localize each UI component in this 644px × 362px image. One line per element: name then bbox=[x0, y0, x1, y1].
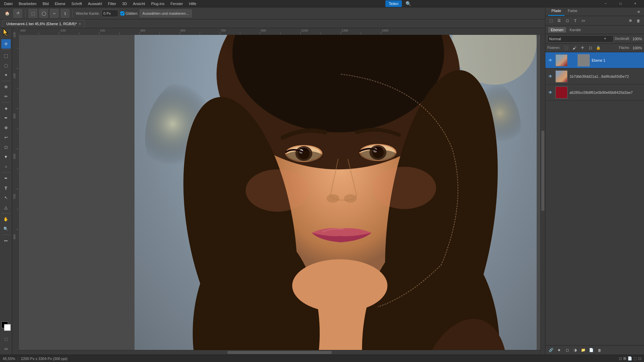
zoom-level: 45,55% bbox=[3, 357, 15, 361]
create-adjustment-icon[interactable]: ◑ bbox=[572, 347, 579, 354]
new-layer-icon[interactable]: ☰ bbox=[555, 17, 563, 24]
blend-opacity-row: Normal ▼ Deckkraft: 100% bbox=[545, 34, 644, 44]
layer-item[interactable]: 👁 1b7dbb39dd21a1...8a9fcda93d5e72 bbox=[545, 68, 644, 84]
history-back-icon[interactable]: ↺ bbox=[13, 9, 22, 18]
magic-wand-tool[interactable]: ✦ bbox=[1, 70, 11, 80]
add-layer-style-icon[interactable]: ★ bbox=[555, 347, 563, 354]
layer-visibility-icon[interactable]: 👁 bbox=[547, 57, 553, 63]
weiche-kante-label: Weiche Kante: bbox=[76, 11, 100, 15]
spot-heal-tool[interactable]: ◈ bbox=[1, 104, 11, 113]
layer-chain-icon bbox=[570, 57, 576, 63]
minimize-button[interactable]: − bbox=[598, 0, 613, 7]
status-icon-1[interactable]: ◻ bbox=[619, 356, 622, 361]
lock-all-icon[interactable]: 🔒 bbox=[595, 45, 602, 51]
opacity-value[interactable]: 100% bbox=[633, 37, 642, 41]
arrow-cursor-icon: ↖ bbox=[1, 29, 11, 39]
change-screen-button[interactable]: ▭ bbox=[1, 344, 11, 353]
lock-position-icon[interactable]: ✛ bbox=[579, 45, 586, 51]
eyedropper-tool[interactable]: ✏ bbox=[1, 92, 11, 101]
status-icon-4[interactable]: ⬚ bbox=[634, 356, 637, 361]
blend-mode-dropdown[interactable]: Normal ▼ bbox=[547, 35, 613, 43]
layer-item[interactable]: 👁 a6285cc5fb8f61e0b90e66b8425d1be7 bbox=[545, 84, 644, 101]
lasso-tool[interactable]: ◌ bbox=[1, 61, 11, 70]
move-tool[interactable]: ✛ bbox=[1, 39, 11, 49]
status-icon-3[interactable]: 📄 bbox=[628, 356, 632, 361]
pen-tool[interactable]: ✒ bbox=[1, 174, 11, 183]
layers-tab-kanaele[interactable]: Kanäle bbox=[567, 27, 584, 33]
more-tools-button[interactable]: ••• bbox=[1, 236, 11, 245]
text-tool[interactable]: T bbox=[1, 183, 11, 193]
status-icon-5[interactable]: ◻ bbox=[638, 356, 641, 361]
stamp-tool[interactable]: ⊕ bbox=[1, 123, 11, 132]
lock-artboard-icon[interactable]: ◻ bbox=[587, 45, 594, 51]
close-button[interactable]: × bbox=[628, 0, 643, 7]
delete-icon[interactable]: 🗑 bbox=[635, 17, 642, 24]
share-button[interactable]: Teilen bbox=[385, 0, 402, 7]
dodge-tool[interactable]: ○ bbox=[1, 162, 11, 171]
add-layer-mask-icon[interactable]: ◻ bbox=[564, 17, 571, 24]
crop-tool[interactable]: ⊕ bbox=[1, 82, 11, 92]
weiche-kante-input[interactable] bbox=[102, 10, 118, 17]
single-row-icon[interactable]: ═ bbox=[50, 9, 59, 18]
background-color[interactable] bbox=[4, 324, 11, 331]
status-icon-2[interactable]: ⊞ bbox=[623, 356, 626, 361]
layer-item[interactable]: 👁 Ebene 1 bbox=[545, 52, 644, 68]
adjustment-layer-icon[interactable]: ▭ bbox=[580, 17, 587, 24]
fill-value[interactable]: 100% bbox=[633, 46, 642, 50]
new-group-icon[interactable]: 📁 bbox=[580, 347, 587, 354]
hand-tool[interactable]: ✋ bbox=[1, 215, 11, 224]
menu-bild[interactable]: Bild bbox=[40, 1, 51, 6]
menu-ebene[interactable]: Ebene bbox=[52, 1, 68, 6]
create-group-icon[interactable]: T bbox=[572, 17, 579, 24]
eraser-tool[interactable]: ◻ bbox=[1, 142, 11, 152]
menu-filter[interactable]: Filter bbox=[105, 1, 119, 6]
history-brush-tool[interactable]: ↩ bbox=[1, 133, 11, 142]
glatten-checkbox[interactable]: Glätten bbox=[120, 11, 137, 15]
layer-visibility-icon[interactable]: 👁 bbox=[547, 73, 553, 79]
tool-separator-3 bbox=[2, 102, 10, 103]
canvas-area[interactable] bbox=[19, 35, 545, 355]
tab-close-button[interactable]: × bbox=[79, 22, 81, 26]
tab-farbe[interactable]: Farbe bbox=[565, 7, 581, 16]
zoom-tool[interactable]: 🔍 bbox=[1, 224, 11, 234]
layer-visibility-icon[interactable]: 👁 bbox=[547, 89, 553, 96]
delete-layer-icon[interactable]: 🗑 bbox=[596, 347, 603, 354]
ruler-left: -100 100 300 500 700 900 bbox=[12, 28, 19, 355]
path-select-tool[interactable]: ↖ bbox=[1, 193, 11, 202]
auswaehlen-maskieren-button[interactable]: Auswählen und maskieren... bbox=[140, 9, 192, 17]
layers-tab-ebenen[interactable]: Ebenen bbox=[548, 27, 566, 33]
brush-tool[interactable]: ✒ bbox=[1, 113, 11, 123]
document-tab[interactable]: Unbenannt-1 bei 45,6% (Ebene 1, RGB/8)* … bbox=[3, 20, 85, 28]
lock-image-icon[interactable]: 🖌 bbox=[571, 45, 578, 51]
menu-auswahl[interactable]: Auswahl bbox=[85, 1, 105, 6]
gradient-tool[interactable]: ▼ bbox=[1, 152, 11, 162]
menu-plugins[interactable]: Plug-ins bbox=[148, 1, 167, 6]
new-layer-bottom-icon[interactable]: 📄 bbox=[588, 347, 595, 354]
lock-transparent-icon[interactable]: ⬛ bbox=[563, 45, 570, 51]
panel-bottom: 🔗 ★ ◻ ◑ 📁 📄 🗑 bbox=[545, 345, 644, 355]
menu-ansicht[interactable]: Ansicht bbox=[130, 1, 148, 6]
home-icon[interactable]: 🏠 bbox=[3, 9, 11, 18]
add-mask-icon[interactable]: ◻ bbox=[564, 347, 571, 354]
menu-datei[interactable]: Datei bbox=[1, 1, 15, 6]
link-layers-icon[interactable]: 🔗 bbox=[547, 347, 555, 354]
panel-collapse-icon[interactable]: ◀ bbox=[635, 9, 641, 15]
circle-select-icon[interactable]: ◯ bbox=[39, 9, 48, 18]
search-icon[interactable]: 🔍 bbox=[405, 0, 412, 7]
maximize-button[interactable]: □ bbox=[613, 0, 628, 7]
menu-schrift[interactable]: Schrift bbox=[69, 1, 85, 6]
menu-3d[interactable]: 3D bbox=[119, 1, 129, 6]
column-icon[interactable]: ‖ bbox=[61, 9, 69, 18]
tab-pfade[interactable]: Pfade bbox=[548, 7, 565, 16]
new-layer-from-path-icon[interactable]: ⬚ bbox=[547, 17, 555, 24]
shape-tool[interactable]: △ bbox=[1, 203, 11, 212]
scrollbar-vertical[interactable] bbox=[540, 35, 545, 355]
scrollbar-horizontal[interactable] bbox=[19, 350, 540, 355]
rect-select-icon[interactable]: ⬚ bbox=[29, 9, 37, 18]
menu-fenster[interactable]: Fenster bbox=[168, 1, 185, 6]
menu-hilfe[interactable]: Hilfe bbox=[186, 1, 199, 6]
quick-mask-button[interactable]: ⬚ bbox=[1, 334, 11, 344]
menu-bearbeiten[interactable]: Bearbeiten bbox=[16, 1, 39, 6]
selection-tool[interactable]: ⬚ bbox=[1, 51, 11, 60]
filter-icon[interactable]: ⊕ bbox=[627, 17, 634, 24]
